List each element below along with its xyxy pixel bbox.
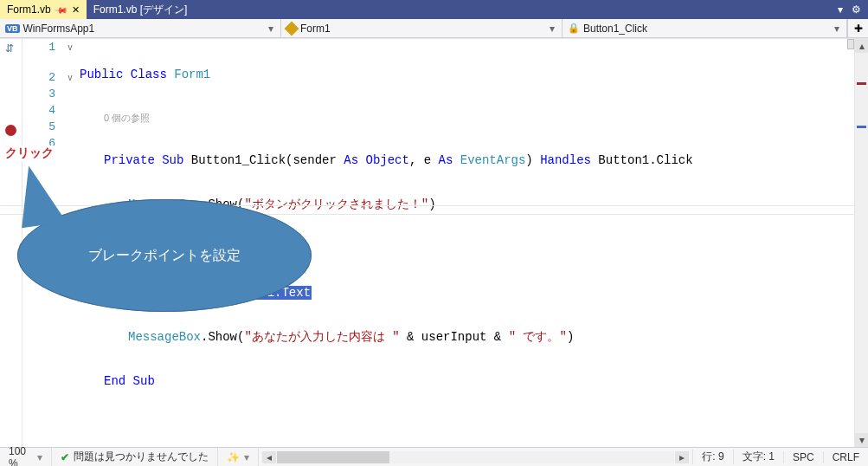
- quick-actions[interactable]: ✨ ▾: [218, 448, 259, 466]
- lock-icon: 🔒: [568, 23, 580, 34]
- chevron-down-icon[interactable]: ▾: [244, 451, 249, 463]
- gear-icon[interactable]: ⚙: [852, 3, 861, 16]
- nav-project-dropdown[interactable]: VB WinFormsApp1 ▾: [0, 19, 281, 37]
- error-status[interactable]: ✔ 問題は見つかりませんでした: [52, 448, 218, 466]
- line-ending[interactable]: CRLF: [823, 451, 868, 463]
- scroll-left-button[interactable]: ◂: [262, 451, 276, 463]
- chevron-down-icon[interactable]: ▾: [37, 451, 42, 463]
- status-bar: 100 % ▾ ✔ 問題は見つかりませんでした ✨ ▾ ◂ ▸ 行: 9 文字:…: [0, 447, 868, 466]
- check-icon: ✔: [61, 451, 69, 463]
- annotation-click-label: クリック: [5, 146, 54, 161]
- chevron-down-icon[interactable]: ▾: [834, 23, 843, 35]
- line-number: 2: [23, 69, 55, 86]
- code-token: Button1.Click: [591, 153, 693, 167]
- document-tab-bar: Form1.vb 📌 ✕ Form1.vb [デザイン] ▾ ⚙: [0, 0, 868, 19]
- code-token: EventArgs: [453, 153, 525, 167]
- scroll-up-button[interactable]: ▴: [855, 39, 868, 53]
- code-token: Handles: [540, 153, 591, 167]
- zoom-label: 100 %: [9, 445, 33, 467]
- caret-line[interactable]: 行: 9: [692, 450, 732, 464]
- indent-mode[interactable]: SPC: [783, 451, 823, 463]
- tab-form1-vb[interactable]: Form1.vb 📌 ✕: [0, 0, 87, 19]
- scroll-right-button[interactable]: ▸: [675, 451, 689, 463]
- breakpoint-marker[interactable]: [5, 125, 16, 139]
- hscroll-thumb[interactable]: [277, 451, 389, 463]
- editor-splitter-handle[interactable]: [847, 39, 854, 49]
- code-token: Private: [104, 153, 155, 167]
- code-token: "ボタンがクリックされました！": [244, 197, 428, 211]
- nav-class-dropdown[interactable]: Form1 ▾: [281, 19, 563, 37]
- code-token: & userInput &: [400, 330, 509, 344]
- close-icon[interactable]: ✕: [72, 4, 80, 16]
- zoom-level[interactable]: 100 % ▾: [0, 448, 52, 466]
- code-token: As: [439, 153, 453, 167]
- hscroll-track[interactable]: [277, 451, 674, 463]
- code-token: ): [567, 330, 574, 344]
- code-token: End Sub: [104, 374, 155, 388]
- fold-toggle-icon[interactable]: v: [64, 39, 76, 55]
- chevron-down-icon[interactable]: ▾: [268, 23, 277, 35]
- code-token: ): [525, 153, 540, 167]
- chevron-down-icon[interactable]: ▾: [550, 23, 558, 35]
- line-number: 1: [23, 39, 55, 55]
- tab-overflow-dropdown-icon[interactable]: ▾: [838, 3, 843, 16]
- nav-method-label: Button1_Click: [583, 23, 647, 35]
- pin-icon[interactable]: 📌: [55, 3, 68, 16]
- vb-badge-icon: VB: [5, 24, 20, 33]
- code-token: Form1: [174, 68, 210, 81]
- split-view-button[interactable]: ✚: [847, 19, 868, 37]
- nav-project-label: WinFormsApp1: [23, 23, 95, 35]
- nav-class-label: Form1: [300, 23, 331, 35]
- caret-col[interactable]: 文字: 1: [733, 450, 783, 464]
- vertical-scrollbar[interactable]: ▴ ▾: [854, 39, 868, 447]
- line-number: 4: [23, 102, 55, 119]
- class-icon: [285, 21, 299, 36]
- code-token: .Show(: [201, 330, 244, 344]
- indent-mode-label: SPC: [793, 451, 814, 463]
- annotation-callout: ブレークポイントを設定: [17, 199, 312, 312]
- codelens-references[interactable]: 0 個の参照: [80, 111, 868, 125]
- code-token: , e: [409, 153, 439, 167]
- code-token: Object: [358, 153, 409, 167]
- tab-form1-design[interactable]: Form1.vb [デザイン]: [87, 0, 195, 19]
- caret-line-label: 行: 9: [702, 450, 723, 464]
- line-number: 5: [23, 119, 55, 135]
- wand-icon: ✨: [227, 451, 240, 463]
- code-token: Class: [131, 68, 167, 81]
- caret-col-label: 文字: 1: [743, 450, 775, 464]
- tab-label: Form1.vb: [7, 3, 51, 16]
- navigation-bar: VB WinFormsApp1 ▾ Form1 ▾ 🔒 Button1_Clic…: [0, 19, 868, 38]
- line-number: 3: [23, 86, 55, 102]
- overview-breakpoint-mark: [857, 82, 866, 85]
- code-token: As: [344, 153, 358, 167]
- breakpoint-gutter[interactable]: ⇵: [0, 39, 23, 447]
- tab-label: Form1.vb [デザイン]: [93, 3, 188, 17]
- horizontal-scrollbar[interactable]: ◂ ▸: [259, 448, 692, 466]
- code-token: MessageBox: [128, 330, 201, 344]
- code-token: Sub: [162, 153, 183, 167]
- code-token: Button1_Click: [191, 153, 286, 167]
- annotation-callout-text: ブレークポイントを設定: [88, 247, 241, 265]
- nav-method-dropdown[interactable]: 🔒 Button1_Click ▾: [563, 19, 847, 37]
- code-token: " です。": [509, 330, 567, 344]
- code-token: Public: [80, 68, 123, 81]
- code-token: "あなたが入力した内容は ": [244, 330, 399, 344]
- line-ending-label: CRLF: [833, 451, 859, 463]
- code-editor[interactable]: ⇵ 1 2 3 4 5 6 v v Public Class Form1 0 個…: [0, 38, 868, 447]
- fold-toggle-icon[interactable]: v: [64, 69, 76, 86]
- structure-icon[interactable]: ⇵: [5, 42, 14, 55]
- code-token: (sender: [286, 153, 344, 167]
- overview-selection-mark: [857, 126, 866, 128]
- error-status-label: 問題は見つかりませんでした: [74, 450, 209, 464]
- code-token: ): [428, 197, 435, 211]
- scroll-down-button[interactable]: ▾: [855, 433, 868, 447]
